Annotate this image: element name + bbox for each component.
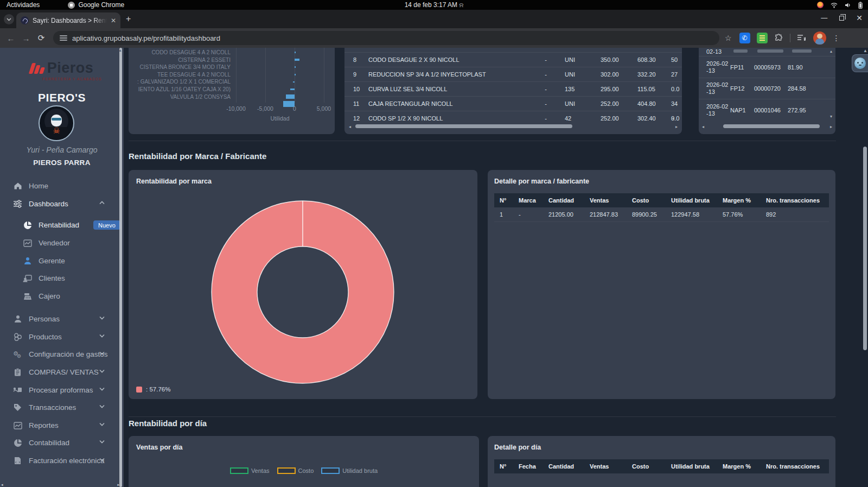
- site-info-icon[interactable]: [60, 35, 67, 41]
- dia-detail-card: Detalle por día N°FechaCantidadVentasCos…: [488, 436, 835, 487]
- sidebar-item-rentabilidad[interactable]: RentabilidadNuevo: [0, 216, 118, 234]
- table-cell: 332.20: [637, 71, 671, 78]
- chevron-down-icon: [99, 334, 104, 339]
- tab-search-button[interactable]: [4, 14, 14, 24]
- utilidad-bar-chart: CODO DESAGUE 4 A 2 NICOLLCISTERNA 2 ESSE…: [133, 48, 331, 134]
- sidebar-scrollbar[interactable]: [119, 48, 122, 487]
- book-extension-icon[interactable]: [757, 33, 768, 43]
- legend-swatch: [136, 387, 142, 393]
- forward-button[interactable]: →: [18, 34, 34, 43]
- browser-menu-icon[interactable]: ⋮: [833, 34, 840, 42]
- new-tab-button[interactable]: +: [126, 15, 131, 23]
- minimize-button[interactable]: —: [821, 14, 827, 22]
- documents-hscrollbar[interactable]: [723, 124, 820, 128]
- hscroll-right-icon[interactable]: ▸: [675, 124, 678, 129]
- chart-bar: [293, 81, 295, 83]
- extensions-puzzle-icon[interactable]: [774, 34, 783, 43]
- table-row: 2026-02-13NAP100001046272.95: [699, 99, 835, 121]
- toolbar-separator: [790, 34, 790, 42]
- phone-extension-icon[interactable]: ✆: [739, 33, 750, 43]
- table-cell: NAP1: [730, 107, 754, 113]
- marca-detail-card: Detalle por marca / fabricante N°MarcaCa…: [488, 170, 835, 399]
- clock-menu[interactable]: 14 de feb 3:17 AM ⍾: [0, 1, 868, 9]
- clipped-date: 02-13: [706, 48, 722, 55]
- sidebar-hscrollbar[interactable]: ◂▸: [1, 483, 119, 486]
- sidebar-item-label: Personas: [29, 315, 60, 323]
- table-cell: -: [527, 86, 565, 92]
- table-cell: 284.58: [788, 85, 817, 92]
- sidebar-item-clientes[interactable]: Clientes: [0, 269, 118, 287]
- sidebar-item-configuraci-n-de-gastos[interactable]: ⚙⚙Configuración de gastos: [0, 345, 118, 363]
- legend-item: Utilidad bruta: [321, 467, 378, 474]
- sidebar-item-compras-ventas[interactable]: COMPRAS/ VENTAS: [0, 363, 118, 381]
- brand-mark-icon: [30, 63, 44, 74]
- sidebar-item-cajero[interactable]: Cajero: [0, 287, 118, 305]
- restore-button[interactable]: [839, 16, 844, 21]
- reading-list-icon[interactable]: [797, 34, 807, 42]
- products-hscrollbar[interactable]: [355, 124, 572, 128]
- bookmark-star-icon[interactable]: ☆: [725, 34, 732, 42]
- chevron-down-icon: [99, 422, 104, 427]
- table-cell: 10: [344, 86, 368, 92]
- table-cell: FP11: [730, 64, 754, 71]
- vscroll-down-icon[interactable]: ▾: [672, 116, 674, 121]
- ventas-card-title: Ventas por día: [136, 444, 182, 451]
- table-cell: 34: [671, 100, 682, 107]
- close-window-button[interactable]: ✕: [856, 14, 863, 22]
- table-cell: UNI: [565, 100, 601, 107]
- table-cell: 9: [344, 71, 368, 78]
- sidebar-item-contabilidad[interactable]: Contabilidad: [0, 434, 118, 452]
- table-row: 10CURVA LUZ SEL 3/4 NICOLL-135295.00115.…: [344, 81, 682, 96]
- sidebar-item-personas[interactable]: Personas: [0, 310, 118, 328]
- sidebar-item-label: Vendedor: [39, 239, 70, 247]
- column-header: Costo: [627, 197, 666, 204]
- table-cell: 12: [344, 115, 368, 122]
- scroll-up-icon[interactable]: ▲: [863, 48, 867, 53]
- table-cell: 608.30: [637, 56, 671, 63]
- page-scrollbar[interactable]: ▲: [863, 48, 867, 487]
- site-favicon: [21, 16, 29, 24]
- table-cell: 21205.00: [543, 211, 584, 218]
- table-cell: -: [527, 100, 565, 107]
- chevron-down-icon: [99, 369, 104, 374]
- browser-profile-avatar[interactable]: [813, 31, 826, 45]
- sidebar-item-procesar-proformas[interactable]: Procesar proformas: [0, 381, 118, 399]
- vscroll-up-icon[interactable]: ▴: [830, 49, 832, 54]
- table-cell: 50: [671, 56, 682, 63]
- reload-button[interactable]: ⟳: [34, 33, 49, 43]
- sidebar-item-label: Dashboards: [29, 200, 68, 208]
- brand-name: Pieros: [47, 60, 94, 77]
- address-bar[interactable]: aplicativo.grupobasaly.pe/profitabilityd…: [53, 31, 719, 45]
- back-button[interactable]: ←: [3, 34, 18, 43]
- sidebar-item-home[interactable]: Home: [0, 177, 118, 195]
- sidebar-item-facturaci-n-electr-nica[interactable]: Facturación electrónica: [0, 452, 118, 470]
- browser-tab[interactable]: Sayri: Dashboards > Rent ✕: [16, 12, 120, 28]
- column-header: Ventas: [584, 463, 627, 470]
- sidebar-item-dashboards[interactable]: Dashboards: [0, 195, 118, 213]
- sliders-icon: [13, 199, 22, 208]
- sidebar-item-reportes[interactable]: Reportes: [0, 416, 118, 434]
- close-tab-icon[interactable]: ✕: [111, 17, 116, 24]
- store-name: PIERO'S: [0, 91, 124, 104]
- marca-card-title: Detalle por marca / fabricante: [494, 178, 589, 185]
- table-row: 1-21205.00212847.8389900.25122947.5857.7…: [494, 207, 829, 222]
- column-header: Ventas: [584, 197, 627, 204]
- gears-icon: ⚙⚙: [13, 350, 22, 359]
- sidebar-scroll-up-icon[interactable]: ▲: [118, 48, 122, 52]
- column-header: N°: [494, 463, 513, 470]
- chart-x-tick: 5,000: [308, 105, 335, 112]
- sidebar-item-label: Contabilidad: [29, 439, 69, 447]
- hscroll-left-icon[interactable]: ◂: [702, 124, 704, 129]
- hscroll-right-icon[interactable]: ▸: [830, 124, 832, 129]
- table-row: 2026-02-13FP110000597381.90: [699, 56, 835, 78]
- sidebar-item-vendedor[interactable]: Vendedor: [0, 234, 118, 252]
- extensions-area: ✆ ⋮: [739, 31, 840, 45]
- vscroll-down-icon[interactable]: ▾: [830, 114, 832, 119]
- table-cell: 2026-02-13: [699, 81, 730, 96]
- table-cell: -: [513, 211, 543, 218]
- sidebar-item-transacciones[interactable]: Transacciones: [0, 399, 118, 416]
- hscroll-left-icon[interactable]: ◂: [349, 124, 351, 129]
- scrollbar-thumb[interactable]: [863, 147, 867, 350]
- sidebar-item-productos[interactable]: Productos: [0, 328, 118, 346]
- sidebar-item-gerente[interactable]: Gerente: [0, 252, 118, 270]
